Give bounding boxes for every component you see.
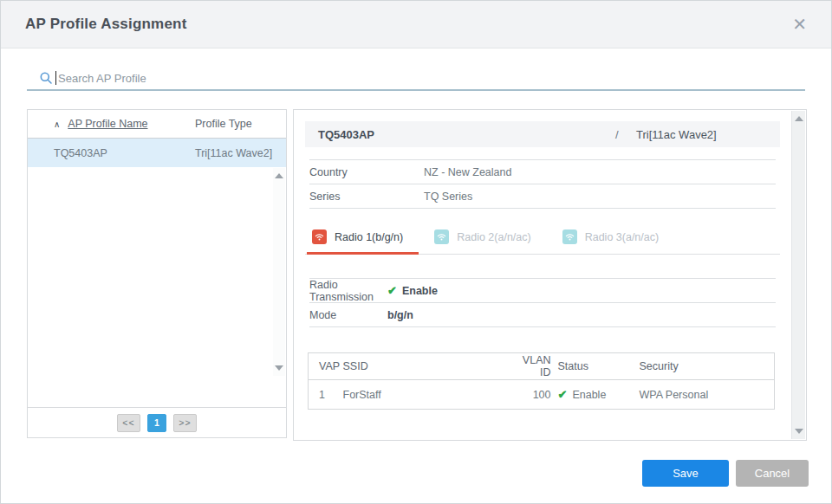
sort-asc-icon: ∧ bbox=[54, 120, 60, 129]
search-input[interactable] bbox=[58, 72, 805, 85]
tab-radio-3-label: Radio 3(a/n/ac) bbox=[585, 231, 659, 243]
series-row: Series TQ Series bbox=[309, 184, 776, 209]
security-column-header: Security bbox=[636, 353, 775, 380]
vlan-cell: 100 bbox=[510, 380, 551, 410]
profile-list-body: TQ5403AP Tri[11ac Wave2] bbox=[28, 139, 286, 407]
country-value: NZ - New Zealand bbox=[424, 166, 511, 178]
search-icon bbox=[39, 71, 53, 85]
close-icon[interactable]: ✕ bbox=[792, 16, 807, 33]
detail-scrollbar[interactable] bbox=[791, 111, 805, 439]
vap-table: VAP SSID VLAN ID Status Security 1 ForSt… bbox=[308, 352, 775, 410]
column-header-profile-type: Profile Type bbox=[195, 118, 252, 130]
check-icon: ✔ bbox=[558, 388, 568, 401]
ap-profile-list-panel: ∧ AP Profile Name Profile Type TQ5403AP … bbox=[27, 109, 287, 438]
general-fields: Country NZ - New Zealand Series TQ Serie… bbox=[309, 159, 776, 209]
mode-label: Mode bbox=[309, 309, 387, 321]
tab-radio-2-label: Radio 2(a/n/ac) bbox=[457, 231, 530, 243]
table-row: 1 ForStaff 100 ✔Enable WPA Personal bbox=[309, 380, 775, 410]
country-row: Country NZ - New Zealand bbox=[309, 160, 776, 184]
ap-profile-assignment-dialog: AP Profile Assignment ✕ ∧ AP Profile Nam… bbox=[0, 0, 832, 504]
radio-transmission-value: Enable bbox=[402, 285, 438, 297]
wifi-icon bbox=[434, 229, 449, 244]
pagination-page-1-button[interactable]: 1 bbox=[147, 414, 166, 432]
cancel-button[interactable]: Cancel bbox=[736, 460, 809, 487]
scroll-up-icon[interactable] bbox=[795, 116, 803, 121]
ssid-cell: ForStaff bbox=[343, 380, 510, 410]
search-bar bbox=[27, 67, 805, 91]
list-scrollbar[interactable] bbox=[273, 168, 285, 376]
vap-table-header-row: VAP SSID VLAN ID Status Security bbox=[309, 353, 775, 380]
radio-transmission-label: Radio Transmission bbox=[309, 279, 387, 303]
profile-type-cell: Tri[11ac Wave2] bbox=[195, 147, 272, 159]
mode-row: Mode b/g/n bbox=[309, 303, 776, 327]
series-value: TQ Series bbox=[424, 191, 472, 203]
profile-detail-content: TQ5403AP / Tri[11ac Wave2] Country NZ - … bbox=[294, 110, 791, 440]
pagination-last-button[interactable]: >> bbox=[173, 414, 197, 432]
series-label: Series bbox=[309, 191, 424, 203]
status-column-header: Status bbox=[551, 353, 636, 380]
text-cursor bbox=[55, 71, 56, 85]
security-cell: WPA Personal bbox=[636, 380, 775, 410]
status-text: Enable bbox=[572, 389, 606, 401]
country-label: Country bbox=[309, 166, 424, 178]
radio-transmission-row: Radio Transmission ✔ Enable bbox=[309, 279, 776, 303]
vlan-column-header: VLAN ID bbox=[510, 353, 551, 380]
detail-profile-name: TQ5403AP bbox=[318, 128, 374, 141]
detail-profile-type: Tri[11ac Wave2] bbox=[636, 128, 717, 141]
check-icon: ✔ bbox=[387, 284, 397, 297]
tab-radio-3[interactable]: Radio 3(a/n/ac) bbox=[557, 228, 674, 255]
mode-value: b/g/n bbox=[387, 309, 413, 321]
status-cell: ✔Enable bbox=[551, 380, 636, 410]
wifi-icon bbox=[312, 229, 327, 244]
wifi-icon bbox=[562, 229, 577, 244]
scroll-up-icon[interactable] bbox=[275, 173, 283, 178]
title-separator: / bbox=[615, 128, 619, 141]
column-header-ap-profile-name[interactable]: AP Profile Name bbox=[68, 118, 147, 130]
table-row[interactable]: TQ5403AP Tri[11ac Wave2] bbox=[28, 139, 286, 167]
detail-title-bar: TQ5403AP / Tri[11ac Wave2] bbox=[305, 121, 780, 147]
profile-name-cell: TQ5403AP bbox=[54, 147, 107, 159]
tab-radio-2[interactable]: Radio 2(a/n/ac) bbox=[429, 228, 546, 255]
page-title: AP Profile Assignment bbox=[25, 16, 187, 33]
save-button[interactable]: Save bbox=[642, 460, 729, 487]
list-header-row: ∧ AP Profile Name Profile Type bbox=[28, 110, 286, 139]
ssid-column-header: SSID bbox=[343, 353, 510, 380]
dialog-header: AP Profile Assignment ✕ bbox=[1, 1, 831, 48]
radio-tabs: Radio 1(b/g/n) Radio 2(a/n/ac) bbox=[305, 228, 780, 255]
scroll-down-icon[interactable] bbox=[275, 365, 283, 371]
profile-detail-panel: TQ5403AP / Tri[11ac Wave2] Country NZ - … bbox=[293, 109, 807, 441]
scroll-down-icon[interactable] bbox=[795, 429, 803, 434]
pagination-first-button[interactable]: << bbox=[117, 414, 140, 432]
vap-cell: 1 bbox=[309, 380, 343, 410]
radio-settings: Radio Transmission ✔ Enable Mode b/g/n bbox=[309, 278, 776, 327]
tab-radio-1[interactable]: Radio 1(b/g/n) bbox=[307, 228, 419, 255]
pagination: << 1 >> bbox=[28, 407, 286, 437]
tab-radio-1-label: Radio 1(b/g/n) bbox=[335, 231, 403, 243]
vap-column-header: VAP bbox=[309, 353, 343, 380]
